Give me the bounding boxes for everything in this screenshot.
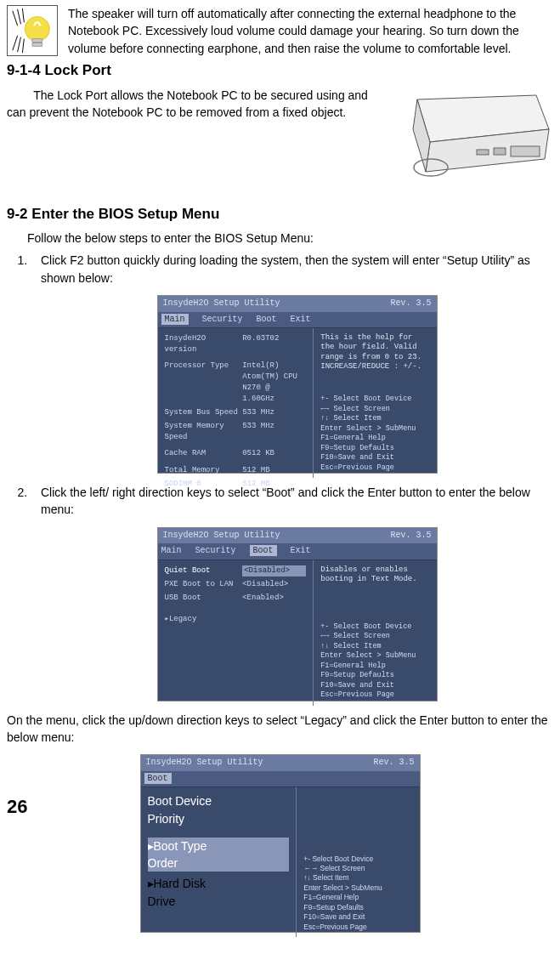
lock-port-text: The Lock Port allows the Notebook PC to …	[7, 87, 385, 122]
bios2-help-bottom: +- Select Boot Device ←→ Select Screen ↑…	[320, 622, 429, 701]
bios2-rev: Rev. 3.5	[390, 530, 431, 542]
svg-rect-12	[494, 148, 506, 155]
bios1-rev: Rev. 3.5	[390, 298, 431, 310]
bios2-tab-exit: Exit	[291, 546, 311, 555]
bios3-tabs: Boot	[141, 771, 420, 788]
bios-screenshot-main: InsydeH2O Setup Utility Rev. 3.5 Main Se…	[157, 295, 438, 474]
bios2-tab-boot: Boot	[250, 545, 277, 556]
bios3-tab-boot: Boot	[144, 773, 172, 784]
bios2-tab-security: Security	[195, 546, 236, 555]
bios-intro: Follow the below steps to enter the BIOS…	[27, 230, 553, 247]
bios1-tabs: Main Security Boot Exit	[158, 312, 437, 329]
bios3-left-panel: Boot Device Priority ▸Boot Type Order ▸H…	[141, 787, 297, 937]
bios2-title: InsydeH2O Setup Utility	[163, 530, 280, 542]
bios3-help-bottom: +- Select Boot Device ←→ Select Screen ↑…	[303, 855, 412, 933]
bios1-help-top: This is the help for the hour field. Val…	[320, 333, 429, 372]
lightbulb-icon	[7, 5, 58, 56]
bios1-tab-security: Security	[202, 315, 243, 324]
heading-lock-port: 9-1-4 Lock Port	[7, 60, 553, 82]
svg-point-7	[25, 17, 49, 42]
svg-rect-11	[511, 146, 540, 156]
bios-steps-list: Click F2 button quickly during loading t…	[31, 252, 553, 701]
heading-bios-setup: 9-2 Enter the BIOS Setup Menu	[7, 204, 553, 225]
bios3-rev: Rev. 3.5	[373, 757, 414, 769]
bios-step-1-text: Click F2 button quickly during loading t…	[41, 253, 530, 284]
bios3-title: InsydeH2O Setup Utility	[146, 757, 263, 769]
bios-after-step2: On the menu, click the up/down direction…	[7, 712, 553, 747]
bios1-tab-exit: Exit	[291, 315, 311, 324]
bios-step-1: Click F2 button quickly during loading t…	[31, 252, 553, 474]
bios1-title: InsydeH2O Setup Utility	[163, 298, 280, 310]
bios-screenshot-legacy: InsydeH2O Setup Utility Rev. 3.5 Boot Bo…	[140, 754, 421, 933]
page-number: 26	[7, 793, 27, 821]
warning-text: The speaker will turn off automatically …	[68, 5, 553, 57]
bios2-left-panel: Quiet Boot<Disabled> PXE Boot to LAN<Dis…	[158, 560, 314, 706]
bios1-tab-boot: Boot	[257, 315, 277, 324]
svg-rect-13	[477, 150, 489, 155]
bios2-tab-main: Main	[161, 546, 182, 555]
bios-screenshot-boot: InsydeH2O Setup Utility Rev. 3.5 Main Se…	[157, 527, 438, 701]
bios2-help-top: Disables or enables booting in Text Mode…	[320, 565, 429, 585]
bios2-tabs: Main Security Boot Exit	[158, 543, 437, 560]
bios1-left-panel: InsydeH2O versionR0.03T02 Processor Type…	[158, 328, 314, 478]
page: The speaker will turn off automatically …	[0, 0, 560, 940]
lock-port-block: The Lock Port allows the Notebook PC to …	[7, 87, 553, 189]
bios1-help-bottom: +- Select Boot Device ←→ Select Screen ↑…	[320, 395, 429, 473]
laptop-lock-illustration	[392, 87, 553, 189]
bios1-tab-main: Main	[161, 314, 189, 325]
warning-block: The speaker will turn off automatically …	[7, 5, 553, 57]
